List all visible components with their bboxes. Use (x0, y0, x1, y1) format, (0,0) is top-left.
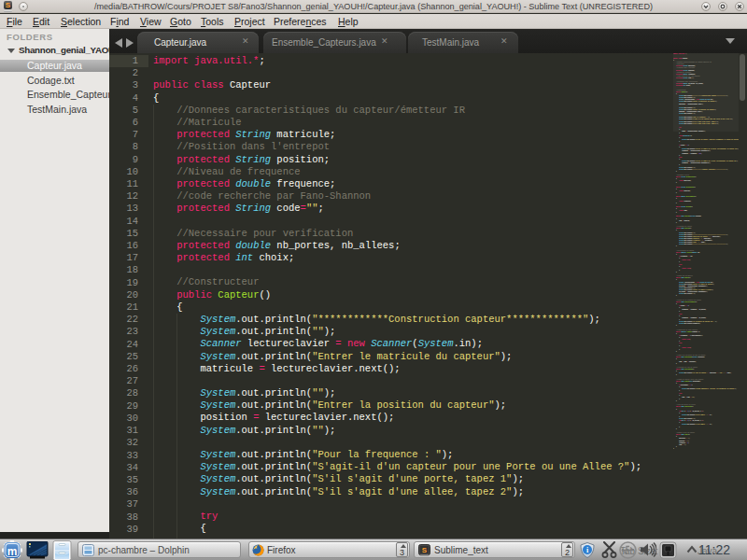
svg-text:m: m (7, 545, 18, 558)
svg-text:S: S (422, 546, 428, 554)
